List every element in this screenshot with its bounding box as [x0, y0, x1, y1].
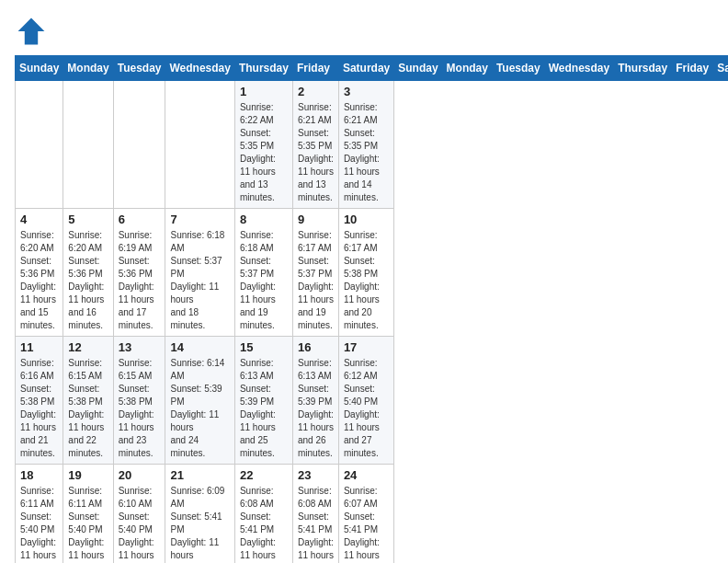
calendar-cell — [113, 81, 165, 209]
calendar-cell: 9Sunrise: 6:17 AM Sunset: 5:37 PM Daylig… — [292, 209, 338, 337]
calendar-cell: 18Sunrise: 6:11 AM Sunset: 5:40 PM Dayli… — [16, 465, 63, 564]
day-header-monday: Monday — [442, 56, 492, 81]
day-number: 16 — [298, 340, 334, 354]
day-info: Sunrise: 6:09 AM Sunset: 5:41 PM Dayligh… — [170, 485, 229, 563]
day-header-thursday: Thursday — [234, 56, 292, 81]
day-info: Sunrise: 6:08 AM Sunset: 5:41 PM Dayligh… — [298, 485, 334, 563]
day-info: Sunrise: 6:22 AM Sunset: 5:35 PM Dayligh… — [240, 101, 288, 204]
day-number: 20 — [119, 468, 161, 482]
day-number: 6 — [119, 213, 161, 226]
calendar-table: SundayMondayTuesdayWednesdayThursdayFrid… — [15, 55, 728, 563]
day-info: Sunrise: 6:13 AM Sunset: 5:39 PM Dayligh… — [298, 357, 334, 460]
day-info: Sunrise: 6:17 AM Sunset: 5:37 PM Dayligh… — [298, 229, 334, 332]
day-number: 4 — [20, 213, 58, 226]
day-header-sunday: Sunday — [16, 56, 63, 81]
day-info: Sunrise: 6:21 AM Sunset: 5:35 PM Dayligh… — [344, 101, 389, 204]
day-info: Sunrise: 6:20 AM Sunset: 5:36 PM Dayligh… — [68, 229, 108, 332]
day-number: 23 — [298, 468, 334, 482]
day-info: Sunrise: 6:21 AM Sunset: 5:35 PM Dayligh… — [298, 101, 334, 204]
day-header-friday: Friday — [672, 56, 713, 81]
day-number: 15 — [240, 340, 288, 354]
calendar-cell: 1Sunrise: 6:22 AM Sunset: 5:35 PM Daylig… — [234, 81, 292, 209]
calendar-cell: 21Sunrise: 6:09 AM Sunset: 5:41 PM Dayli… — [165, 465, 234, 564]
calendar-cell: 24Sunrise: 6:07 AM Sunset: 5:41 PM Dayli… — [338, 465, 393, 564]
calendar-cell: 7Sunrise: 6:18 AM Sunset: 5:37 PM Daylig… — [165, 209, 234, 337]
calendar-cell: 11Sunrise: 6:16 AM Sunset: 5:38 PM Dayli… — [16, 337, 63, 465]
day-header-tuesday: Tuesday — [492, 56, 544, 81]
calendar-cell: 14Sunrise: 6:14 AM Sunset: 5:39 PM Dayli… — [165, 337, 234, 465]
day-number: 7 — [170, 213, 229, 226]
day-number: 5 — [68, 213, 108, 226]
calendar-week-2: 4Sunrise: 6:20 AM Sunset: 5:36 PM Daylig… — [16, 209, 729, 337]
day-number: 8 — [240, 213, 288, 226]
day-header-wednesday: Wednesday — [544, 56, 613, 81]
day-number: 1 — [240, 85, 288, 98]
day-info: Sunrise: 6:15 AM Sunset: 5:38 PM Dayligh… — [119, 357, 161, 460]
calendar-cell: 2Sunrise: 6:21 AM Sunset: 5:35 PM Daylig… — [292, 81, 338, 209]
calendar-cell: 15Sunrise: 6:13 AM Sunset: 5:39 PM Dayli… — [234, 337, 292, 465]
day-info: Sunrise: 6:08 AM Sunset: 5:41 PM Dayligh… — [240, 485, 288, 563]
day-header-sunday: Sunday — [394, 56, 442, 81]
calendar-header-row: SundayMondayTuesdayWednesdayThursdayFrid… — [16, 56, 729, 81]
calendar-cell: 10Sunrise: 6:17 AM Sunset: 5:38 PM Dayli… — [338, 209, 393, 337]
day-number: 14 — [170, 340, 229, 354]
calendar-cell — [165, 81, 234, 209]
day-header-saturday: Saturday — [713, 56, 728, 81]
calendar-cell — [16, 81, 63, 209]
day-info: Sunrise: 6:12 AM Sunset: 5:40 PM Dayligh… — [344, 357, 389, 460]
calendar-cell: 23Sunrise: 6:08 AM Sunset: 5:41 PM Dayli… — [292, 465, 338, 564]
day-info: Sunrise: 6:19 AM Sunset: 5:36 PM Dayligh… — [119, 229, 161, 332]
day-number: 12 — [68, 340, 108, 354]
day-number: 24 — [344, 468, 389, 482]
day-info: Sunrise: 6:18 AM Sunset: 5:37 PM Dayligh… — [170, 229, 229, 332]
day-header-thursday: Thursday — [614, 56, 672, 81]
logo-icon — [15, 15, 48, 48]
day-number: 11 — [20, 340, 58, 354]
calendar-week-3: 11Sunrise: 6:16 AM Sunset: 5:38 PM Dayli… — [16, 337, 729, 465]
day-number: 2 — [298, 85, 334, 98]
page-header — [15, 15, 713, 48]
calendar-cell: 17Sunrise: 6:12 AM Sunset: 5:40 PM Dayli… — [338, 337, 393, 465]
day-info: Sunrise: 6:14 AM Sunset: 5:39 PM Dayligh… — [170, 357, 229, 460]
calendar-cell: 20Sunrise: 6:10 AM Sunset: 5:40 PM Dayli… — [113, 465, 165, 564]
day-info: Sunrise: 6:13 AM Sunset: 5:39 PM Dayligh… — [240, 357, 288, 460]
day-info: Sunrise: 6:20 AM Sunset: 5:36 PM Dayligh… — [20, 229, 58, 332]
day-info: Sunrise: 6:18 AM Sunset: 5:37 PM Dayligh… — [240, 229, 288, 332]
day-info: Sunrise: 6:10 AM Sunset: 5:40 PM Dayligh… — [119, 485, 161, 563]
day-info: Sunrise: 6:07 AM Sunset: 5:41 PM Dayligh… — [344, 485, 389, 563]
day-header-wednesday: Wednesday — [165, 56, 234, 81]
day-header-friday: Friday — [292, 56, 338, 81]
day-number: 10 — [344, 213, 389, 226]
calendar-cell: 13Sunrise: 6:15 AM Sunset: 5:38 PM Dayli… — [113, 337, 165, 465]
day-info: Sunrise: 6:15 AM Sunset: 5:38 PM Dayligh… — [68, 357, 108, 460]
day-header-saturday: Saturday — [338, 56, 393, 81]
calendar-cell: 16Sunrise: 6:13 AM Sunset: 5:39 PM Dayli… — [292, 337, 338, 465]
calendar-week-1: 1Sunrise: 6:22 AM Sunset: 5:35 PM Daylig… — [16, 81, 729, 209]
calendar-week-4: 18Sunrise: 6:11 AM Sunset: 5:40 PM Dayli… — [16, 465, 729, 564]
calendar-cell: 6Sunrise: 6:19 AM Sunset: 5:36 PM Daylig… — [113, 209, 165, 337]
day-number: 18 — [20, 468, 58, 482]
calendar-cell: 19Sunrise: 6:11 AM Sunset: 5:40 PM Dayli… — [63, 465, 113, 564]
day-number: 21 — [170, 468, 229, 482]
calendar-cell: 4Sunrise: 6:20 AM Sunset: 5:36 PM Daylig… — [16, 209, 63, 337]
day-number: 17 — [344, 340, 389, 354]
calendar-cell: 5Sunrise: 6:20 AM Sunset: 5:36 PM Daylig… — [63, 209, 113, 337]
day-number: 22 — [240, 468, 288, 482]
day-header-monday: Monday — [63, 56, 113, 81]
calendar-cell — [63, 81, 113, 209]
svg-marker-0 — [18, 18, 45, 45]
day-info: Sunrise: 6:11 AM Sunset: 5:40 PM Dayligh… — [68, 485, 108, 563]
day-info: Sunrise: 6:16 AM Sunset: 5:38 PM Dayligh… — [20, 357, 58, 460]
day-number: 13 — [119, 340, 161, 354]
logo — [15, 15, 51, 48]
calendar-cell: 12Sunrise: 6:15 AM Sunset: 5:38 PM Dayli… — [63, 337, 113, 465]
calendar-cell: 3Sunrise: 6:21 AM Sunset: 5:35 PM Daylig… — [338, 81, 393, 209]
day-header-tuesday: Tuesday — [113, 56, 165, 81]
calendar-cell: 8Sunrise: 6:18 AM Sunset: 5:37 PM Daylig… — [234, 209, 292, 337]
calendar-cell: 22Sunrise: 6:08 AM Sunset: 5:41 PM Dayli… — [234, 465, 292, 564]
day-info: Sunrise: 6:17 AM Sunset: 5:38 PM Dayligh… — [344, 229, 389, 332]
day-number: 9 — [298, 213, 334, 226]
day-number: 19 — [68, 468, 108, 482]
day-info: Sunrise: 6:11 AM Sunset: 5:40 PM Dayligh… — [20, 485, 58, 563]
day-number: 3 — [344, 85, 389, 98]
